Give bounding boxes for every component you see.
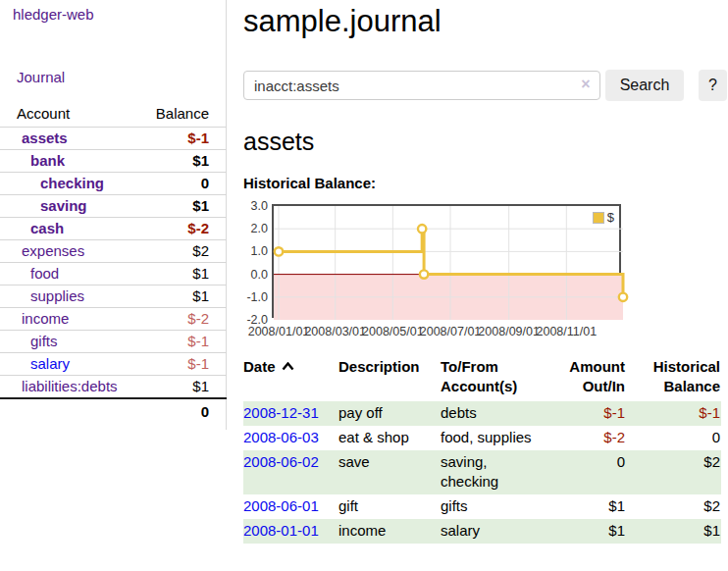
register-row: 2008-06-02 save saving, checking 0 $2	[243, 450, 721, 494]
account-link[interactable]: supplies	[30, 287, 84, 304]
account-row: gifts $-1	[0, 331, 227, 353]
date-link[interactable]: 2008-06-02	[243, 453, 319, 470]
account-link[interactable]: gifts	[30, 333, 58, 349]
y-axis-tick-label: 0.0	[243, 267, 268, 283]
search-help-button[interactable]: ?	[699, 70, 727, 101]
account-balance: $1	[192, 152, 209, 169]
x-axis-tick-label: 2008/01/01	[248, 325, 310, 338]
amount-cell: $-2	[550, 426, 631, 450]
description-cell: gift	[338, 494, 441, 519]
sidebar: hledger-web Journal Account Balance asse…	[0, 0, 227, 430]
search-input[interactable]	[243, 71, 600, 100]
accounts-header-row: Account Balance	[0, 102, 227, 128]
account-row: salary $-1	[0, 353, 227, 376]
account-link[interactable]: liabilities:debts	[22, 378, 118, 394]
col-header-date[interactable]: Date	[243, 355, 338, 401]
account-row: cash $-2	[0, 218, 227, 240]
balance-cell: $2	[631, 450, 721, 494]
tofrom-cell: debts	[441, 401, 550, 426]
amount-cell: $-1	[550, 401, 631, 426]
clear-search-icon[interactable]: ×	[579, 77, 593, 92]
x-axis-tick-label: 2008/11/01	[536, 325, 597, 338]
account-balance: $1	[192, 265, 209, 282]
date-link[interactable]: 2008-06-01	[243, 497, 319, 514]
col-header-description: Description	[338, 355, 441, 401]
balance-cell: $2	[631, 494, 721, 519]
col-header-balance: HistoricalBalance	[631, 355, 721, 401]
register-header-row: Date Description To/FromAccount(s) Amoun…	[243, 355, 721, 401]
x-axis-tick-label: 2008/07/01	[420, 325, 482, 338]
accounts-header-balance: Balance	[141, 102, 227, 128]
account-row: food $1	[0, 263, 227, 286]
account-row: expenses $2	[0, 240, 227, 263]
sort-ascending-icon	[282, 362, 294, 371]
page-title: sample.journal	[243, 0, 728, 40]
account-link[interactable]: income	[22, 310, 69, 327]
col-header-amount: AmountOut/In	[550, 355, 631, 401]
accounts-header-account: Account	[0, 102, 141, 128]
y-axis-tick-label: 3.0	[243, 198, 268, 214]
legend-swatch-dollar	[593, 212, 604, 224]
brand-link[interactable]: hledger-web	[13, 6, 94, 23]
account-link[interactable]: assets	[22, 130, 68, 146]
register-account-title: assets	[243, 128, 728, 155]
legend-label: $	[607, 210, 614, 225]
nav-journal-link[interactable]: Journal	[17, 69, 65, 85]
x-axis-tick-label: 2008/05/01	[362, 325, 424, 338]
register-row: 2008-12-31 pay off debts $-1 $-1	[243, 401, 721, 426]
account-link[interactable]: bank	[30, 152, 65, 169]
col-header-tofrom: To/FromAccount(s)	[441, 355, 550, 401]
account-balance: $1	[192, 197, 209, 214]
register-row: 2008-06-03 eat & shop food, supplies $-2…	[243, 426, 721, 450]
description-cell: save	[338, 450, 441, 494]
account-balance: $-2	[187, 220, 209, 236]
account-link[interactable]: expenses	[22, 242, 84, 259]
account-row: saving $1	[0, 195, 227, 218]
account-link[interactable]: salary	[30, 355, 70, 372]
account-row: liabilities:debts $1	[0, 376, 227, 399]
account-link[interactable]: checking	[40, 175, 104, 191]
balance-chart: 3.02.01.00.0-1.0-2.0 $ 2008/01/012008/03…	[243, 198, 728, 337]
chart-title: Historical Balance:	[243, 175, 728, 192]
description-cell: income	[338, 519, 441, 544]
date-link[interactable]: 2008-12-31	[243, 404, 319, 421]
y-axis-tick-label: -1.0	[243, 289, 268, 305]
description-cell: pay off	[338, 401, 441, 426]
amount-cell: $1	[550, 519, 631, 544]
amount-cell: 0	[550, 450, 631, 494]
register-row: 2008-06-01 gift gifts $1 $2	[243, 494, 721, 519]
account-balance: $2	[192, 242, 209, 259]
account-row: checking 0	[0, 173, 227, 195]
accounts-total-spacer	[0, 398, 141, 424]
account-row: assets $-1	[0, 128, 227, 150]
balance-series-svg	[274, 206, 623, 320]
main-pane: sample.journal × Search ? assets Histori…	[243, 0, 728, 544]
search-button[interactable]: Search	[605, 70, 684, 101]
date-link[interactable]: 2008-06-03	[243, 429, 319, 445]
y-axis-tick-label: 1.0	[243, 243, 268, 259]
tofrom-cell: food, supplies	[441, 426, 550, 450]
account-balance: $1	[192, 378, 209, 394]
accounts-total-value: 0	[141, 398, 227, 424]
balance-cell: 0	[631, 426, 721, 450]
date-link[interactable]: 2008-01-01	[243, 522, 319, 539]
account-link[interactable]: cash	[30, 220, 64, 236]
account-row: bank $1	[0, 150, 227, 173]
chart-legend: $	[592, 209, 615, 226]
account-balance: $-1	[187, 333, 209, 349]
account-row: supplies $1	[0, 286, 227, 308]
account-balance: $1	[192, 287, 209, 304]
account-balance: $-2	[187, 310, 209, 327]
register-row: 2008-01-01 income salary $1 $1	[243, 519, 721, 544]
account-balance: $-1	[187, 130, 209, 146]
account-link[interactable]: food	[30, 265, 59, 282]
balance-cell: $1	[631, 519, 721, 544]
chart-plot-area: $	[272, 204, 621, 318]
tofrom-cell: gifts	[441, 494, 550, 519]
register-table: Date Description To/FromAccount(s) Amoun…	[243, 355, 721, 544]
account-link[interactable]: saving	[40, 197, 87, 214]
balance-cell: $-1	[631, 401, 721, 426]
accounts-total-row: 0	[0, 398, 227, 424]
x-axis-tick-label: 2008/03/01	[304, 325, 366, 338]
description-cell: eat & shop	[338, 426, 441, 450]
